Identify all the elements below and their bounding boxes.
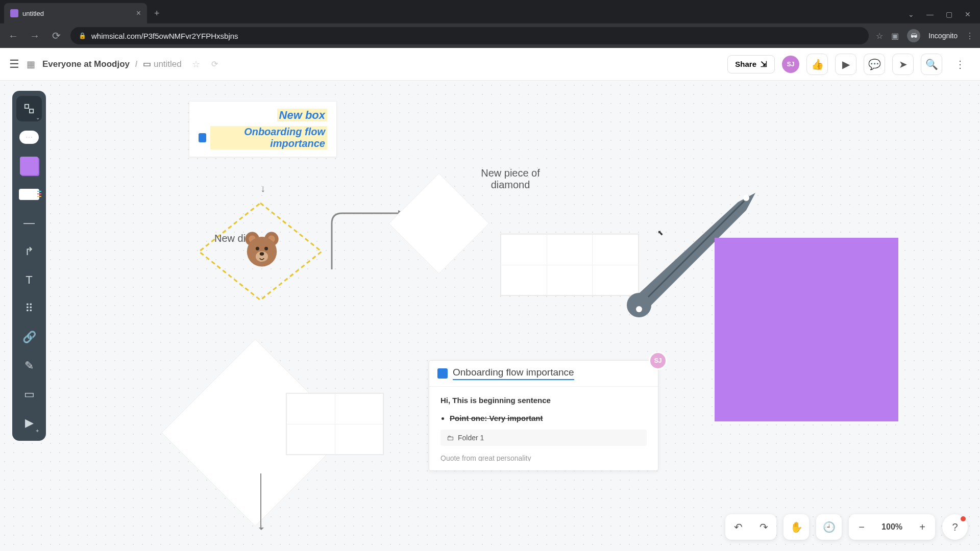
doc-intro: Hi, This is beginning sentence xyxy=(440,396,647,405)
forward-icon[interactable]: → xyxy=(28,30,42,42)
zoom-level[interactable]: 100% xyxy=(874,522,910,532)
lock-icon: 🔒 xyxy=(79,32,86,39)
doc-quote: Quote from great personality xyxy=(440,454,647,461)
undo-button[interactable]: ↶ xyxy=(725,514,751,540)
url-text: whimsical.com/P3f5owNMFvr2YFPHxsbjns xyxy=(91,32,238,40)
folder-icon: 🗀 xyxy=(447,434,454,442)
svg-point-16 xyxy=(636,306,642,312)
svg-point-11 xyxy=(260,252,264,256)
connector-tool[interactable]: ↱ xyxy=(16,239,42,264)
share-button[interactable]: Share ⇲ xyxy=(727,55,775,73)
zoom-out-button[interactable]: − xyxy=(849,514,874,540)
zoom-in-button[interactable]: + xyxy=(910,514,935,540)
minimize-icon[interactable]: — xyxy=(926,10,934,18)
folder-name: Folder 1 xyxy=(458,434,484,442)
present-icon[interactable]: ▶ xyxy=(835,54,856,75)
history-button[interactable]: 🕘 xyxy=(816,514,842,540)
url-field[interactable]: 🔒 whimsical.com/P3f5owNMFvr2YFPHxsbjns xyxy=(70,27,869,44)
frame-tool[interactable]: ▭ xyxy=(16,382,42,407)
box-doc-link[interactable]: Onboarding flow importance xyxy=(210,126,327,149)
more-icon[interactable]: ⋮ xyxy=(949,54,971,75)
more-shapes-tool[interactable]: ▶ xyxy=(16,410,42,436)
close-tab-icon[interactable]: × xyxy=(136,9,141,18)
diamond-label: New piece of diamond xyxy=(480,167,541,191)
cursor-icon: ⬉ xyxy=(657,229,664,237)
new-tab-button[interactable]: + xyxy=(147,3,167,23)
grid-tool[interactable]: ⠿ xyxy=(16,296,42,321)
avatar-initials: SJ xyxy=(787,61,795,68)
comment-tool[interactable]: ⋯ xyxy=(16,124,42,150)
incognito-label: Incognito xyxy=(928,32,958,40)
doc-folder-link[interactable]: 🗀 Folder 1 xyxy=(440,430,647,446)
canvas-sticky-purple[interactable] xyxy=(715,238,898,421)
doc-link-icon xyxy=(199,133,206,142)
collaborator-avatar[interactable]: SJ xyxy=(649,352,667,370)
doc-type-icon: ▭ xyxy=(143,59,151,69)
redo-button[interactable]: ↷ xyxy=(751,514,776,540)
favorite-star-icon[interactable]: ☆ xyxy=(192,59,200,70)
bear-image-icon[interactable] xyxy=(240,228,284,271)
incognito-icon: 🕶 xyxy=(907,29,920,42)
tab-favicon xyxy=(10,9,18,17)
doc-icon xyxy=(437,368,448,379)
canvas-table-2[interactable] xyxy=(286,393,384,455)
maximize-icon[interactable]: ▢ xyxy=(946,10,952,18)
reload-icon[interactable]: ⟳ xyxy=(49,30,63,42)
sync-icon[interactable]: ⟳ xyxy=(211,59,218,69)
browser-tab-strip: untitled × + ⌄ — ▢ ✕ xyxy=(0,0,980,23)
tab-title: untitled xyxy=(22,10,44,17)
arrow-down-icon[interactable]: ↓ xyxy=(260,183,265,194)
extensions-icon[interactable]: ▣ xyxy=(891,31,899,41)
text-tool[interactable]: T xyxy=(16,267,42,293)
box-title: New box xyxy=(277,109,327,121)
tool-palette: ⋯ — ↱ T ⠿ 🔗 ✎ ▭ ▶ xyxy=(12,91,46,441)
search-icon[interactable]: 🔍 xyxy=(921,54,942,75)
browser-tab[interactable]: untitled × xyxy=(4,3,147,23)
thumbs-up-icon[interactable]: 👍 xyxy=(806,54,828,75)
share-label: Share xyxy=(735,60,756,68)
browser-menu-icon[interactable]: ⋮ xyxy=(966,31,974,41)
send-icon[interactable]: ➤ xyxy=(892,54,914,75)
doc-bullet-1: Point one: Very important xyxy=(450,414,647,422)
svg-point-17 xyxy=(743,195,749,201)
menu-icon[interactable]: ☰ xyxy=(9,58,19,71)
comments-icon[interactable]: 💬 xyxy=(864,54,885,75)
browser-address-bar: ← → ⟳ 🔒 whimsical.com/P3f5owNMFvr2YFPHxs… xyxy=(0,23,980,48)
canvas[interactable]: ⋯ — ↱ T ⠿ 🔗 ✎ ▭ ▶ New box Onboarding flo… xyxy=(0,81,980,551)
hand-tool-button[interactable]: ✋ xyxy=(783,514,809,540)
breadcrumb[interactable]: Everyone at Moodjoy / ▭ untitled xyxy=(42,59,182,69)
share-export-icon: ⇲ xyxy=(761,60,767,69)
app-header: ☰ ▦ Everyone at Moodjoy / ▭ untitled ☆ ⟳… xyxy=(0,48,980,81)
svg-rect-0 xyxy=(25,105,29,108)
workspace-icon: ▦ xyxy=(27,59,35,70)
tabs-dropdown-icon[interactable]: ⌄ xyxy=(908,10,914,18)
back-icon[interactable]: ← xyxy=(6,30,20,42)
pencil-tool[interactable]: ✎ xyxy=(16,353,42,379)
sticky-note-tool[interactable] xyxy=(16,153,42,179)
svg-rect-1 xyxy=(30,109,33,113)
window-controls: ⌄ — ▢ ✕ xyxy=(908,10,980,23)
embedded-doc-card[interactable]: SJ Onboarding flow importance Hi, This i… xyxy=(429,360,658,471)
bookmark-star-icon[interactable]: ☆ xyxy=(876,31,883,41)
svg-point-9 xyxy=(264,247,268,251)
canvas-box-newbox[interactable]: New box Onboarding flow importance xyxy=(189,101,337,157)
doc-name[interactable]: untitled xyxy=(154,59,182,69)
arrow-down-long[interactable] xyxy=(260,473,261,530)
user-avatar[interactable]: SJ xyxy=(782,56,799,73)
line-tool[interactable]: — xyxy=(16,210,42,236)
workspace-name[interactable]: Everyone at Moodjoy xyxy=(42,59,130,69)
doc-card-title[interactable]: Onboarding flow importance xyxy=(453,367,574,380)
card-tool[interactable] xyxy=(16,182,42,207)
svg-point-15 xyxy=(627,293,651,317)
link-tool[interactable]: 🔗 xyxy=(16,324,42,350)
bottom-toolbar: ↶ ↷ ✋ 🕘 − 100% + ? xyxy=(725,514,968,540)
svg-point-8 xyxy=(256,247,259,251)
breadcrumb-sep: / xyxy=(135,59,138,69)
help-button[interactable]: ? xyxy=(942,514,968,540)
select-tool[interactable] xyxy=(16,96,42,121)
close-window-icon[interactable]: ✕ xyxy=(965,10,971,18)
